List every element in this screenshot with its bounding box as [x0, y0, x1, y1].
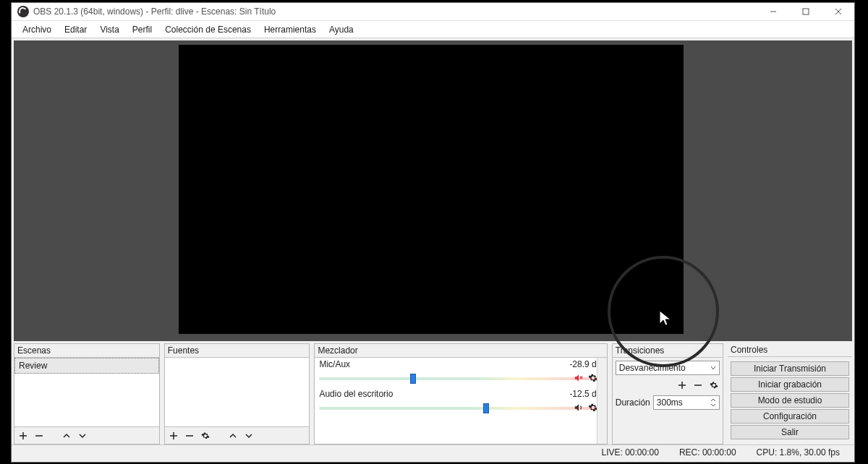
remove-source-button[interactable] [184, 430, 195, 442]
transitions-body: Desvanecimiento Duración 300ms [613, 358, 723, 444]
status-cpu: CPU: 1.8%, 30.00 fps [757, 447, 840, 457]
menubar: Archivo Editar Vista Perfil Colección de… [12, 21, 854, 38]
start-record-button[interactable]: Iniciar grabación [731, 377, 849, 392]
remove-scene-button[interactable] [33, 430, 45, 442]
preview-canvas[interactable] [179, 45, 684, 334]
source-down-button[interactable] [243, 430, 255, 442]
mixer-scrollbar[interactable] [597, 358, 607, 444]
scene-up-button[interactable] [61, 430, 72, 442]
mixer-channel-mic: Mic/Aux -28.9 dB [315, 358, 606, 383]
start-stream-button[interactable]: Iniciar Transmisión [731, 361, 849, 376]
spinner-arrows-icon [710, 398, 716, 408]
panel-sources: Fuentes [164, 343, 310, 444]
svg-rect-1 [803, 9, 809, 14]
sources-list[interactable] [165, 358, 310, 426]
menu-vista[interactable]: Vista [93, 22, 125, 37]
scene-item[interactable]: Review [14, 358, 159, 374]
volume-slider-mic[interactable] [319, 371, 602, 386]
menu-coleccion-escenas[interactable]: Colección de Escenas [158, 22, 258, 37]
source-up-button[interactable] [227, 430, 239, 442]
menu-perfil[interactable]: Perfil [126, 22, 158, 37]
panel-mixer: Mezclador Mic/Aux -28.9 dB [314, 343, 607, 444]
duration-input[interactable]: 300ms [653, 395, 720, 410]
statusbar: LIVE: 00:00:00 REC: 00:00:00 CPU: 1.8%, … [12, 444, 854, 459]
sources-header: Fuentes [165, 344, 310, 358]
add-scene-button[interactable] [17, 430, 29, 442]
panel-controls: Controles Iniciar Transmisión Iniciar gr… [728, 343, 852, 444]
settings-button[interactable]: Configuración [731, 409, 849, 424]
scenes-toolbar [14, 426, 159, 444]
source-settings-button[interactable] [200, 430, 211, 442]
chevron-down-icon [710, 365, 716, 371]
panel-transitions: Transiciones Desvanecimiento Duración 30… [612, 343, 723, 444]
preview-area[interactable] [14, 40, 852, 341]
close-button[interactable] [822, 3, 854, 21]
mixer-channel-desktop: Audio del escritorio -12.5 dB [315, 387, 606, 413]
add-transition-button[interactable] [676, 379, 688, 391]
controls-header: Controles [728, 343, 852, 357]
add-source-button[interactable] [168, 430, 179, 442]
minimize-button[interactable] [757, 3, 789, 21]
sources-toolbar [165, 426, 310, 444]
transition-selected: Desvanecimiento [619, 363, 686, 373]
mixer-channel-name: Audio del escritorio [319, 389, 393, 399]
volume-slider-desktop[interactable] [319, 401, 602, 416]
exit-button[interactable]: Salir [731, 425, 849, 439]
status-live: LIVE: 00:00:00 [601, 447, 658, 457]
app-window: OBS 20.1.3 (64bit, windows) - Perfil: dl… [11, 2, 855, 463]
menu-ayuda[interactable]: Ayuda [323, 22, 360, 37]
obs-logo-icon [17, 6, 29, 17]
maximize-button[interactable] [789, 3, 822, 21]
studio-mode-button[interactable]: Modo de estudio [731, 393, 849, 408]
transition-select[interactable]: Desvanecimiento [616, 361, 720, 375]
window-title: OBS 20.1.3 (64bit, windows) - Perfil: dl… [33, 7, 757, 17]
controls-body: Iniciar Transmisión Iniciar grabación Mo… [728, 357, 852, 444]
menu-herramientas[interactable]: Herramientas [258, 22, 323, 37]
duration-label: Duración [616, 398, 650, 408]
scene-down-button[interactable] [77, 430, 88, 442]
scenes-list[interactable]: Review [14, 358, 159, 426]
status-rec: REC: 00:00:00 [679, 447, 736, 457]
menu-editar[interactable]: Editar [58, 22, 93, 37]
transition-settings-button[interactable] [708, 379, 720, 391]
mixer-body: Mic/Aux -28.9 dB Audio del escritorio [315, 358, 606, 444]
duration-value: 300ms [657, 398, 683, 408]
menu-archivo[interactable]: Archivo [16, 22, 58, 37]
titlebar: OBS 20.1.3 (64bit, windows) - Perfil: dl… [12, 3, 854, 21]
panel-scenes: Escenas Review [14, 343, 160, 444]
transitions-header: Transiciones [613, 344, 723, 358]
scenes-header: Escenas [14, 344, 159, 358]
mixer-channel-name: Mic/Aux [319, 359, 350, 369]
remove-transition-button[interactable] [692, 379, 704, 391]
mixer-header: Mezclador [315, 344, 606, 358]
